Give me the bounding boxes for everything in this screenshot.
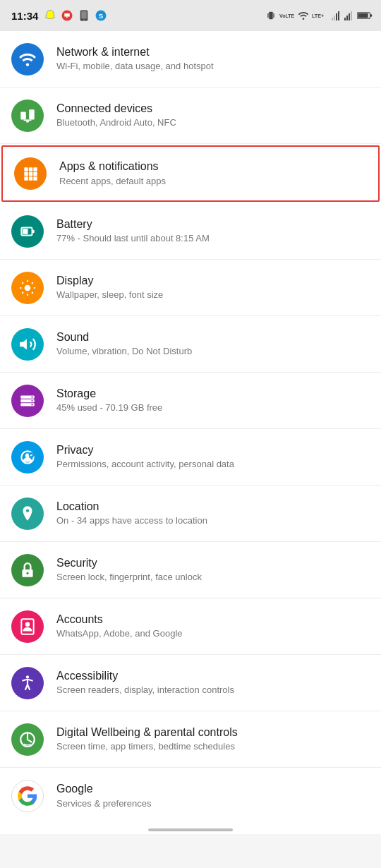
svg-marker-41 bbox=[20, 339, 27, 349]
connected-title: Connected devices bbox=[56, 102, 370, 116]
svg-point-27 bbox=[26, 119, 29, 122]
status-bar: 11:34 S bbox=[0, 0, 381, 31]
privacy-text: PrivacyPermissions, account activity, pe… bbox=[56, 443, 370, 471]
svg-rect-19 bbox=[351, 11, 352, 20]
google-title: Google bbox=[56, 782, 370, 797]
settings-item-connected[interactable]: Connected devicesBluetooth, Android Auto… bbox=[0, 88, 381, 144]
scroll-indicator bbox=[0, 824, 381, 834]
svg-point-54 bbox=[25, 622, 30, 627]
security-title: Security bbox=[56, 556, 370, 571]
svg-line-58 bbox=[28, 685, 30, 690]
svg-rect-15 bbox=[338, 11, 339, 20]
settings-item-accessibility[interactable]: AccessibilityScreen readers, display, in… bbox=[0, 655, 381, 711]
google-subtitle: Services & preferences bbox=[56, 798, 370, 810]
snapchat-icon bbox=[44, 9, 56, 22]
signal2-icon bbox=[344, 11, 354, 20]
settings-item-location[interactable]: LocationOn - 34 apps have access to loca… bbox=[0, 486, 381, 542]
accessibility-subtitle: Screen readers, display, interaction con… bbox=[56, 685, 370, 697]
security-text: SecurityScreen lock, fingerprint, face u… bbox=[56, 556, 370, 584]
wifi-status-icon bbox=[298, 10, 309, 21]
apps-icon-circle bbox=[14, 157, 47, 190]
accessibility-icon-circle bbox=[11, 667, 44, 699]
settings-item-google[interactable]: GoogleServices & preferences bbox=[0, 768, 381, 824]
wellbeing-text: Digital Wellbeing & parental controlsScr… bbox=[56, 725, 370, 754]
svg-rect-24 bbox=[20, 111, 26, 119]
svg-rect-38 bbox=[32, 229, 35, 232]
sound-icon-circle bbox=[11, 328, 44, 361]
network-icon-circle bbox=[11, 43, 44, 76]
privacy-title: Privacy bbox=[56, 443, 370, 458]
sound-text: SoundVolume, vibration, Do Not Disturb bbox=[56, 330, 370, 358]
battery-status-icon bbox=[357, 11, 373, 20]
svg-point-45 bbox=[31, 396, 32, 397]
svg-rect-31 bbox=[24, 172, 28, 176]
svg-rect-33 bbox=[33, 172, 37, 176]
settings-item-security[interactable]: SecurityScreen lock, fingerprint, face u… bbox=[0, 542, 381, 598]
settings-item-display[interactable]: DisplayWallpaper, sleep, font size bbox=[0, 260, 381, 316]
settings-list: Network & internetWi-Fi, mobile, data us… bbox=[0, 31, 381, 824]
settings-item-sound[interactable]: SoundVolume, vibration, Do Not Disturb bbox=[0, 316, 381, 373]
google-icon-circle bbox=[11, 780, 44, 812]
svg-rect-35 bbox=[29, 176, 32, 180]
signal1-icon bbox=[332, 11, 341, 20]
svg-rect-18 bbox=[349, 13, 350, 20]
settings-item-privacy[interactable]: PrivacyPermissions, account activity, pe… bbox=[0, 429, 381, 486]
display-text: DisplayWallpaper, sleep, font size bbox=[56, 274, 370, 302]
location-title: Location bbox=[56, 500, 370, 514]
settings-item-storage[interactable]: Storage45% used - 70.19 GB free bbox=[0, 373, 381, 429]
svg-rect-7 bbox=[267, 13, 268, 18]
lte-icon: LTE+ bbox=[312, 10, 329, 21]
apps-subtitle: Recent apps, default apps bbox=[59, 176, 367, 188]
svg-rect-13 bbox=[334, 16, 335, 20]
apps-text: Apps & notificationsRecent apps, default… bbox=[59, 159, 367, 188]
svg-rect-8 bbox=[273, 13, 274, 18]
accessibility-text: AccessibilityScreen readers, display, in… bbox=[56, 669, 370, 697]
settings-item-wellbeing[interactable]: Digital Wellbeing & parental controlsScr… bbox=[0, 711, 381, 768]
svg-rect-39 bbox=[23, 229, 28, 234]
location-icon-circle bbox=[11, 498, 44, 530]
storage-text: Storage45% used - 70.19 GB free bbox=[56, 387, 370, 415]
battery-title: Battery bbox=[56, 217, 370, 232]
svg-rect-36 bbox=[33, 176, 37, 180]
display-title: Display bbox=[56, 274, 370, 289]
svg-rect-32 bbox=[29, 172, 32, 176]
battery-subtitle: 77% - Should last until about 8:15 AM bbox=[56, 233, 370, 245]
svg-point-40 bbox=[25, 284, 31, 291]
accounts-icon-circle bbox=[11, 610, 44, 643]
scroll-bar bbox=[148, 828, 233, 831]
messages-icon bbox=[61, 9, 73, 22]
storage-subtitle: 45% used - 70.19 GB free bbox=[56, 402, 370, 414]
sound-title: Sound bbox=[56, 330, 370, 345]
volte-icon: VoLTE bbox=[279, 10, 295, 21]
settings-item-accounts[interactable]: AccountsWhatsApp, Adobe, and Google bbox=[0, 598, 381, 655]
battery-text: Battery77% - Should last until about 8:1… bbox=[56, 217, 370, 246]
settings-item-network[interactable]: Network & internetWi-Fi, mobile, data us… bbox=[0, 31, 381, 88]
connected-subtitle: Bluetooth, Android Auto, NFC bbox=[56, 117, 370, 129]
network-title: Network & internet bbox=[56, 45, 370, 60]
status-time: 11:34 bbox=[11, 10, 38, 22]
storage-title: Storage bbox=[56, 387, 370, 402]
wellbeing-title: Digital Wellbeing & parental controls bbox=[56, 725, 370, 740]
storage-icon-circle bbox=[11, 385, 44, 417]
shazam-icon: S bbox=[95, 9, 107, 22]
location-text: LocationOn - 34 apps have access to loca… bbox=[56, 500, 370, 528]
svg-rect-29 bbox=[29, 167, 32, 171]
battery-icon-circle bbox=[11, 215, 44, 248]
svg-rect-28 bbox=[24, 167, 28, 171]
privacy-icon-circle bbox=[11, 441, 44, 474]
network-text: Network & internetWi-Fi, mobile, data us… bbox=[56, 45, 370, 73]
accessibility-title: Accessibility bbox=[56, 669, 370, 684]
security-icon-circle bbox=[11, 554, 44, 586]
svg-point-23 bbox=[26, 63, 29, 66]
svg-rect-17 bbox=[346, 16, 348, 20]
vibrate-icon bbox=[265, 10, 277, 21]
settings-item-battery[interactable]: Battery77% - Should last until about 8:1… bbox=[0, 203, 381, 260]
accounts-title: Accounts bbox=[56, 613, 370, 627]
settings-item-apps[interactable]: Apps & notificationsRecent apps, default… bbox=[1, 145, 380, 202]
svg-text:VoLTE: VoLTE bbox=[279, 13, 295, 18]
svg-rect-14 bbox=[336, 13, 337, 20]
svg-rect-25 bbox=[29, 109, 35, 119]
svg-rect-12 bbox=[332, 18, 333, 20]
wellbeing-icon-circle bbox=[11, 723, 44, 756]
location-subtitle: On - 34 apps have access to location bbox=[56, 515, 370, 527]
